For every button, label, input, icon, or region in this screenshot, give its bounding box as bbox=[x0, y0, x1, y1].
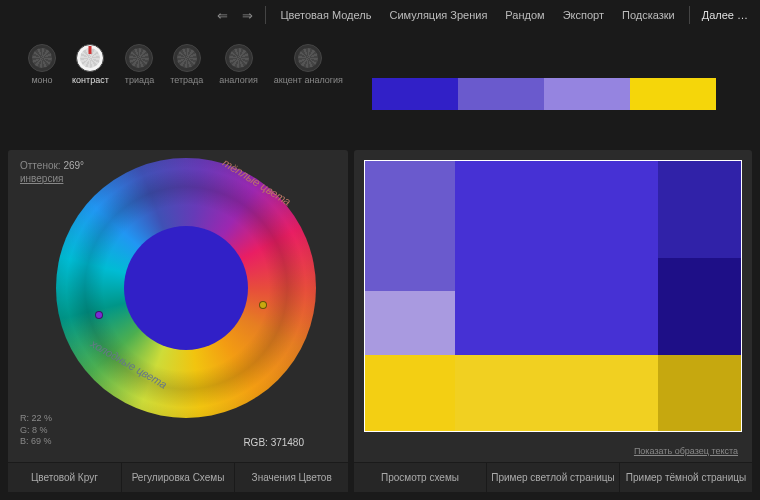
menu-color-model[interactable]: Цветовая Модель bbox=[272, 5, 379, 25]
swatch-1[interactable] bbox=[458, 78, 544, 110]
color-wheel[interactable]: тёплые цвета холодные цвета bbox=[56, 158, 316, 418]
back-arrow[interactable]: ⇐ bbox=[211, 6, 234, 25]
tab-light-page[interactable]: Пример светлой страницы bbox=[487, 463, 620, 492]
tab-color-wheel[interactable]: Цветовой Круг bbox=[8, 463, 122, 492]
harmony-contrast[interactable]: контраст bbox=[72, 44, 109, 86]
show-sample-text[interactable]: Показать образец текста bbox=[634, 446, 738, 456]
menu-export[interactable]: Экспорт bbox=[555, 5, 612, 25]
right-tabs: Просмотр схемы Пример светлой страницы П… bbox=[354, 462, 752, 492]
hex-readout: RGB: 371480 bbox=[243, 437, 304, 448]
top-menu: ⇐ ⇒ Цветовая Модель Симуляция Зрения Ран… bbox=[0, 0, 760, 30]
scheme-preview bbox=[364, 160, 742, 432]
harmony-analog[interactable]: аналогия bbox=[219, 44, 258, 86]
color-wheel-panel: Оттенок: 269° инверсия тёплые цвета холо… bbox=[8, 150, 348, 492]
harmony-tetrad[interactable]: тетрада bbox=[170, 44, 203, 86]
hue-handle[interactable] bbox=[259, 301, 267, 309]
left-tabs: Цветовой Круг Регулировка Схемы Значения… bbox=[8, 462, 348, 492]
menu-hints[interactable]: Подсказки bbox=[614, 5, 683, 25]
tab-color-values[interactable]: Значения Цветов bbox=[235, 463, 348, 492]
tab-dark-page[interactable]: Пример тёмной страницы bbox=[620, 463, 752, 492]
swatch-3[interactable] bbox=[630, 78, 716, 110]
menu-vision-sim[interactable]: Симуляция Зрения bbox=[381, 5, 495, 25]
swatch-0[interactable] bbox=[372, 78, 458, 110]
preview-panel: Показать образец текста Просмотр схемы П… bbox=[354, 150, 752, 492]
swatch-2[interactable] bbox=[544, 78, 630, 110]
palette-swatches bbox=[372, 78, 716, 110]
forward-arrow[interactable]: ⇒ bbox=[236, 6, 259, 25]
tab-preview[interactable]: Просмотр схемы bbox=[354, 463, 487, 492]
menu-more[interactable]: Далее … bbox=[696, 5, 754, 25]
rgb-readout: R: 22 %G: 8 %B: 69 % bbox=[20, 413, 52, 448]
tab-scheme-adjust[interactable]: Регулировка Схемы bbox=[122, 463, 236, 492]
harmony-mono[interactable]: моно bbox=[28, 44, 56, 86]
divider bbox=[265, 6, 266, 24]
hue-label: Оттенок: bbox=[20, 160, 61, 171]
menu-random[interactable]: Рандом bbox=[497, 5, 552, 25]
harmony-triad[interactable]: триада bbox=[125, 44, 154, 86]
harmony-accent[interactable]: акцент аналогия bbox=[274, 44, 343, 86]
divider bbox=[689, 6, 690, 24]
